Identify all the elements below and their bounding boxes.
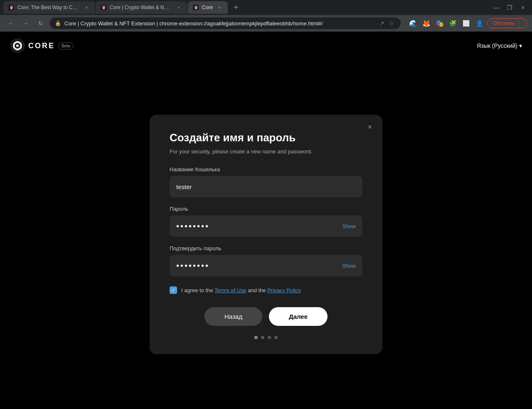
window-toggle-button[interactable]: ⬜ <box>461 17 472 29</box>
checkbox-check-icon: ✓ <box>171 287 175 293</box>
logo-area: CORE Beta <box>10 38 74 53</box>
confirm-password-label: Подтвердить пароль <box>170 245 362 251</box>
tab-controls: — ❐ × <box>490 2 529 13</box>
main-area: × Создайте имя и пароль For your securit… <box>0 60 532 409</box>
terms-row: ✓ I agree to the Terms of Use and the Pr… <box>170 286 362 294</box>
back-button[interactable]: Назад <box>204 307 262 326</box>
tab-1[interactable]: 🦉 Core: The Best Way to Connect t... × <box>3 1 95 14</box>
logo-text: CORE <box>28 42 55 50</box>
privacy-policy-link[interactable]: Privacy Policy <box>267 287 301 293</box>
pagination-dot-3 <box>268 336 271 339</box>
tab-3-favicon: 🦉 <box>193 5 199 10</box>
update-button-label: Обновить <box>493 20 515 26</box>
password-input-wrapper[interactable]: •••••••• Show <box>170 215 362 237</box>
terms-of-use-link[interactable]: Terms of Use <box>214 287 246 293</box>
tab-3-close[interactable]: × <box>216 4 223 11</box>
wallet-name-input-wrapper[interactable] <box>170 176 362 197</box>
beta-badge: Beta <box>58 42 74 49</box>
tab-3[interactable]: 🦉 Core × <box>188 1 228 14</box>
app-header: CORE Beta Язык (Русский) ▾ <box>0 32 532 60</box>
wallet-name-label: Название Кошелька <box>170 166 362 172</box>
confirm-password-field-group: Подтвердить пароль •••••••• Show <box>170 245 362 276</box>
close-window-button[interactable]: × <box>517 2 529 13</box>
tab-1-close[interactable]: × <box>83 4 90 11</box>
modal-close-button[interactable]: × <box>364 121 376 133</box>
button-row: Назад Далее <box>170 307 362 326</box>
tab-2-close[interactable]: × <box>175 4 182 11</box>
back-nav-button[interactable]: ← <box>5 17 17 29</box>
update-menu-icon: ⋮ <box>517 20 522 26</box>
password-label: Пароль <box>170 206 362 212</box>
show-confirm-password-button[interactable]: Show <box>342 263 356 269</box>
address-bar-row: ← → ↻ 🔒 Core | Crypto Wallet & NFT Exten… <box>0 15 532 32</box>
toolbar-right: 🌊 🦊 🎭 🧩 ⬜ 👤 Обновить ⋮ <box>407 17 527 29</box>
update-button[interactable]: Обновить ⋮ <box>487 18 527 28</box>
profile-button[interactable]: 👤 <box>474 17 485 29</box>
pagination-dot-2 <box>261 336 264 339</box>
modal-title: Создайте имя и пароль <box>170 131 362 144</box>
tab-bar: 🦉 Core: The Best Way to Connect t... × 🦉… <box>0 0 532 15</box>
extension-btn-3[interactable]: 🎭 <box>434 17 446 29</box>
address-bar[interactable]: 🔒 Core | Crypto Wallet & NFT Extension |… <box>50 17 401 29</box>
tab-3-title: Core <box>202 5 213 10</box>
extensions-button[interactable]: 🧩 <box>447 17 459 29</box>
extension-btn-2[interactable]: 🦊 <box>421 17 432 29</box>
confirm-password-dots: •••••••• <box>176 261 342 271</box>
app-content: CORE Beta Язык (Русский) ▾ × Создайте им… <box>0 32 532 409</box>
browser-chrome: 🦉 Core: The Best Way to Connect t... × 🦉… <box>0 0 532 32</box>
password-dots: •••••••• <box>176 222 342 231</box>
terms-text-middle: and the <box>246 287 268 293</box>
svg-point-4 <box>16 44 19 47</box>
tab-2[interactable]: 🦉 Core | Crypto Wallet & NFT Exte... × <box>96 1 187 14</box>
lang-selector[interactable]: Язык (Русский) ▾ <box>477 42 522 49</box>
lang-chevron-icon: ▾ <box>519 42 522 49</box>
show-password-button[interactable]: Show <box>342 223 356 229</box>
address-icons: ↗ ☆ <box>378 20 396 27</box>
address-text: Core | Crypto Wallet & NFT Extension | c… <box>64 20 375 27</box>
minimize-button[interactable]: — <box>490 2 502 13</box>
confirm-password-input-wrapper[interactable]: •••••••• Show <box>170 255 362 276</box>
terms-text: I agree to the Terms of Use and the Priv… <box>181 287 301 293</box>
wallet-name-input[interactable] <box>176 183 356 190</box>
tab-2-title: Core | Crypto Wallet & NFT Exte... <box>110 5 172 10</box>
star-icon[interactable]: ☆ <box>388 20 396 27</box>
modal-subtitle: For your security, please create a new n… <box>170 148 362 155</box>
pagination-dot-4 <box>274 336 278 339</box>
password-field-group: Пароль •••••••• Show <box>170 206 362 237</box>
refresh-button[interactable]: ↻ <box>35 17 47 29</box>
pagination-dots <box>170 336 362 339</box>
tab-2-favicon: 🦉 <box>101 5 106 10</box>
extension-btn-1[interactable]: 🌊 <box>407 17 419 29</box>
new-tab-button[interactable]: + <box>230 2 242 13</box>
maximize-button[interactable]: ❐ <box>504 2 515 13</box>
lang-label: Язык (Русский) <box>477 42 517 49</box>
tab-1-title: Core: The Best Way to Connect t... <box>17 5 80 10</box>
core-logo-icon <box>10 38 25 53</box>
forward-nav-button[interactable]: → <box>20 17 32 29</box>
pagination-dot-1 <box>254 336 258 339</box>
terms-checkbox[interactable]: ✓ <box>170 286 177 294</box>
tab-1-favicon: 🦉 <box>8 5 14 10</box>
wallet-name-field-group: Название Кошелька <box>170 166 362 197</box>
share-icon[interactable]: ↗ <box>378 20 386 27</box>
next-button[interactable]: Далее <box>269 307 328 326</box>
lock-icon: 🔒 <box>55 20 61 26</box>
modal-dialog: × Создайте имя и пароль For your securit… <box>150 115 382 354</box>
terms-text-prefix: I agree to the <box>181 287 214 293</box>
